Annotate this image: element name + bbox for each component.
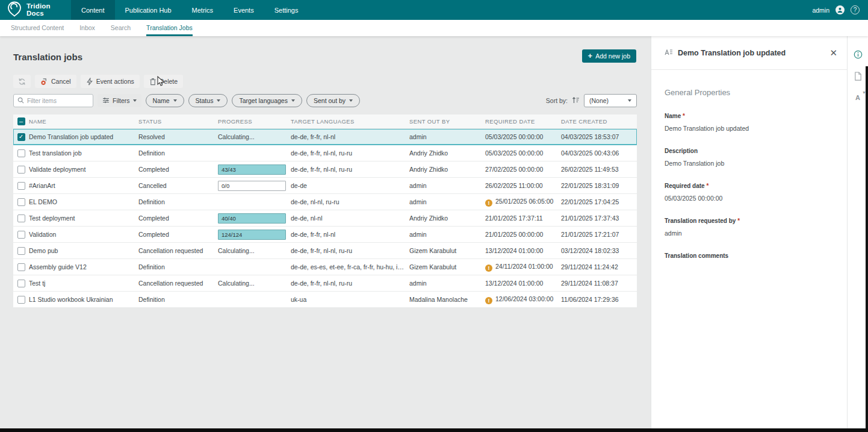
brand-logo[interactable]: Tridion Docs bbox=[0, 0, 71, 20]
row-checkbox[interactable] bbox=[17, 214, 25, 222]
column-header-status: STATUS bbox=[138, 118, 218, 125]
cancel-button[interactable]: Cancel bbox=[35, 75, 76, 88]
row-checkbox[interactable] bbox=[17, 231, 25, 239]
event-actions-button[interactable]: Event actions bbox=[81, 75, 140, 88]
progress-bar: 0/0 bbox=[218, 181, 286, 191]
table-row[interactable]: Demo Translation job updated Resolved Ca… bbox=[13, 129, 637, 145]
add-new-job-button[interactable]: + Add new job bbox=[582, 49, 636, 63]
table-row[interactable]: Test tj Cancellation requested Calculati… bbox=[13, 275, 637, 292]
progress-bar: 43/43 bbox=[218, 164, 286, 175]
info-icon[interactable] bbox=[853, 49, 863, 59]
column-header-required-date: REQUIRED DATE bbox=[485, 118, 561, 125]
field-value: 05/03/2025 00:00:00 bbox=[665, 195, 834, 202]
progress-bar: 40/40 bbox=[218, 213, 286, 224]
warning-icon: ! bbox=[485, 297, 492, 304]
field-label: Description * bbox=[665, 148, 834, 154]
topnav-item-events[interactable]: Events bbox=[223, 0, 264, 20]
row-checkbox[interactable] bbox=[17, 198, 25, 206]
filter-search-box[interactable] bbox=[13, 94, 93, 107]
row-checkbox[interactable] bbox=[17, 166, 25, 174]
search-icon bbox=[17, 95, 24, 106]
table-row[interactable]: Assembly guide V12 Definition de-de, es-… bbox=[13, 259, 637, 275]
filter-row: Filters NameStatusTarget languagesSent o… bbox=[13, 94, 637, 107]
field-description: Description * Demo Translation job bbox=[665, 148, 834, 167]
topnav-item-settings[interactable]: Settings bbox=[264, 0, 309, 20]
field-label: Name * bbox=[665, 113, 834, 119]
filter-pill-sent-out-by[interactable]: Sent out by bbox=[306, 94, 360, 107]
page-title: Translation jobs bbox=[13, 52, 82, 62]
filters-button[interactable]: Filters bbox=[98, 94, 141, 107]
avatar[interactable] bbox=[835, 5, 845, 14]
field-translation-requested-by: Translation requested by * admin bbox=[665, 218, 834, 237]
close-icon[interactable]: ✕ bbox=[829, 49, 837, 57]
chevron-down-icon bbox=[133, 99, 137, 102]
field-value: admin bbox=[665, 230, 834, 237]
table-row[interactable]: Demo pub Cancellation requested Calculat… bbox=[13, 243, 637, 259]
column-header-name: NAME bbox=[29, 118, 138, 125]
chevron-down-icon bbox=[217, 99, 220, 102]
section-title: General Properties bbox=[665, 88, 834, 97]
field-label: Translation comments * bbox=[665, 252, 834, 259]
brand-name: Tridion Docs bbox=[26, 3, 51, 17]
table-row[interactable]: #ArianArt Cancelled 0/0 de-de admin 26/0… bbox=[13, 178, 637, 194]
user-name: admin bbox=[812, 7, 829, 14]
toolbar: Cancel Event actions Delete bbox=[13, 75, 183, 88]
field-label: Required date * bbox=[665, 183, 834, 189]
field-translation-comments: Translation comments * bbox=[665, 252, 834, 272]
field-value: Demo Translation job bbox=[665, 160, 834, 167]
plus-icon: + bbox=[588, 53, 593, 59]
font-translate-icon[interactable]: A▼ bbox=[853, 93, 863, 102]
topnav-item-publication-hub[interactable]: Publication Hub bbox=[115, 0, 182, 20]
help-icon[interactable]: ? bbox=[851, 5, 860, 14]
filter-pill-name[interactable]: Name bbox=[146, 94, 184, 107]
row-checkbox[interactable] bbox=[17, 296, 25, 304]
chevron-down-icon bbox=[291, 99, 295, 102]
chevron-down-icon bbox=[173, 99, 177, 102]
chevron-down-icon bbox=[628, 99, 631, 102]
row-checkbox[interactable] bbox=[17, 133, 25, 141]
filter-items-input[interactable] bbox=[27, 98, 89, 104]
row-checkbox[interactable] bbox=[17, 149, 25, 157]
row-checkbox[interactable] bbox=[17, 280, 25, 287]
column-header-target-languages: TARGET LANGUAGES bbox=[291, 118, 409, 125]
table-row[interactable]: Test translation job Definition de-de, f… bbox=[13, 145, 637, 161]
select-all-checkbox[interactable] bbox=[17, 117, 25, 125]
filter-pill-target-languages[interactable]: Target languages bbox=[232, 94, 302, 107]
table-row[interactable]: Validation Completed 124/124 de-de, fr-f… bbox=[13, 227, 637, 243]
refresh-icon bbox=[18, 78, 26, 86]
subnav-item-search[interactable]: Search bbox=[111, 20, 131, 36]
warning-icon: ! bbox=[485, 265, 492, 272]
topnav-items: ContentPublication HubMetricsEventsSetti… bbox=[71, 0, 308, 20]
table-header-row: NAMESTATUSPROGRESSTARGET LANGUAGESSENT O… bbox=[13, 114, 637, 129]
panel-title: Demo Translation job updated bbox=[678, 49, 825, 57]
subnav-item-structured-content[interactable]: Structured Content bbox=[11, 20, 64, 36]
translation-job-icon bbox=[665, 48, 673, 58]
panel-icon-strip: A▼ bbox=[847, 36, 868, 432]
column-header-sent-out-by: SENT OUT BY bbox=[409, 118, 485, 125]
row-checkbox[interactable] bbox=[17, 247, 25, 255]
table-row[interactable]: Validate deployment Completed 43/43 de-d… bbox=[13, 161, 637, 178]
table-row[interactable]: EL DEMO Definition de-de, nl-nl, ru-ru a… bbox=[13, 194, 637, 210]
chevron-down-icon bbox=[349, 99, 353, 102]
trash-icon bbox=[149, 78, 157, 86]
sort-ascending-icon[interactable] bbox=[572, 95, 580, 106]
table-row[interactable]: L1 Studio workbook Ukrainian Definition … bbox=[13, 292, 637, 308]
properties-panel: Demo Translation job updated ✕ General P… bbox=[651, 36, 847, 432]
screen-edge-artifact bbox=[866, 66, 868, 432]
refresh-button[interactable] bbox=[13, 75, 31, 88]
field-name: Name * Demo Translation job updated bbox=[665, 113, 834, 132]
main-content: Translation jobs + Add new job Cancel Ev… bbox=[0, 36, 651, 432]
delete-button[interactable]: Delete bbox=[144, 75, 183, 88]
filter-pill-status[interactable]: Status bbox=[188, 94, 228, 107]
subnav-item-inbox[interactable]: Inbox bbox=[79, 20, 95, 36]
column-header-progress: PROGRESS bbox=[218, 118, 291, 125]
table-row[interactable]: Test deployment Completed 40/40 de-de, n… bbox=[13, 210, 637, 227]
top-navbar: Tridion Docs ContentPublication HubMetri… bbox=[0, 0, 868, 20]
row-checkbox[interactable] bbox=[17, 182, 25, 190]
document-icon[interactable] bbox=[853, 71, 863, 81]
topnav-item-metrics[interactable]: Metrics bbox=[182, 0, 223, 20]
topnav-item-content[interactable]: Content bbox=[71, 0, 115, 20]
sort-select[interactable]: (None) bbox=[584, 94, 637, 107]
subnav-item-translation-jobs[interactable]: Translation Jobs bbox=[146, 20, 193, 36]
row-checkbox[interactable] bbox=[17, 263, 25, 271]
